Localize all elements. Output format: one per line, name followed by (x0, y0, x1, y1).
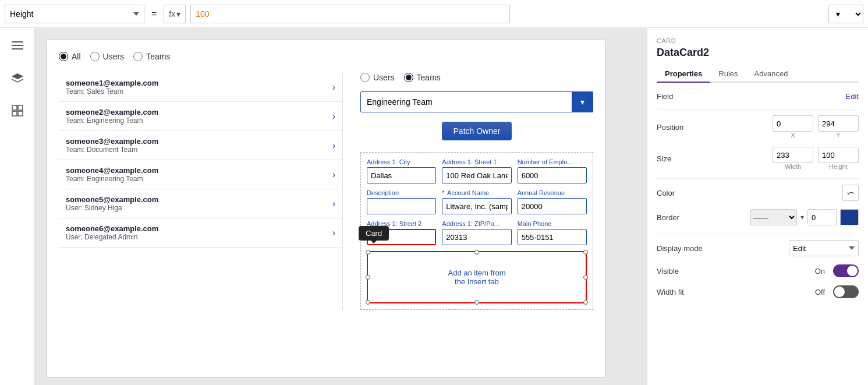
main-layout: All Users Teams someone1@example.com Tea… (0, 28, 868, 385)
field-input-phone[interactable] (518, 229, 587, 245)
form-field-street1: Address 1: Street 1 (442, 158, 511, 183)
dropdown-value: Engineering Team (367, 97, 433, 107)
chevron-icon: › (332, 169, 335, 180)
field-input-city[interactable] (367, 167, 436, 183)
form-field-street2-wrapper: Card Address 1: Street 2 (367, 220, 436, 245)
add-item-text: Add an item fromthe Insert tab (373, 257, 581, 298)
size-w-group: Width (773, 147, 813, 170)
form-field-employees: Number of Emplo... (518, 158, 587, 183)
radio-teams[interactable]: Teams (133, 52, 170, 61)
field-row: Field Edit (657, 92, 859, 101)
props-panel: CARD DataCard2 Properties Rules Advanced… (647, 28, 868, 385)
border-color-swatch[interactable] (840, 209, 859, 225)
resize-handle-tm[interactable] (474, 250, 479, 255)
svg-rect-7 (18, 111, 23, 116)
resize-handle-bm[interactable] (474, 300, 479, 305)
pos-x-input[interactable] (773, 115, 813, 132)
tab-rules[interactable]: Rules (710, 66, 746, 83)
resize-handle-ml[interactable] (366, 275, 370, 280)
menu-icon[interactable] (7, 35, 28, 56)
width-fit-label: Width fit (657, 288, 703, 296)
size-h-input[interactable] (818, 147, 859, 163)
team-dropdown[interactable]: Engineering Team ▾ (360, 91, 593, 112)
size-label: Size (657, 154, 703, 163)
resize-handle-tr[interactable] (583, 250, 588, 255)
form-field-revenue: Annual Revenue (518, 189, 587, 214)
radio-all[interactable]: All (59, 52, 81, 61)
width-fit-toggle-row: Off (815, 285, 859, 298)
teams-radio-group: Users Teams (360, 73, 593, 82)
chevron-icon: › (332, 140, 335, 151)
border-inputs: —— ▾ (750, 209, 859, 225)
color-row: Color ⤺ (657, 185, 859, 201)
resize-handle-mr[interactable] (583, 275, 588, 280)
width-fit-row: Width fit Off (657, 285, 859, 298)
size-h-group: Height (818, 147, 859, 170)
form-field-description: Description (367, 189, 436, 214)
field-input-street1[interactable] (442, 167, 511, 183)
components-icon[interactable] (7, 100, 28, 121)
height-select[interactable]: Height (5, 5, 144, 23)
position-inputs: X Y (773, 115, 859, 139)
tab-properties[interactable]: Properties (657, 66, 710, 83)
user-item[interactable]: someone3@example.com Team: Document Team… (59, 131, 342, 160)
layers-icon[interactable] (7, 68, 28, 89)
form-field-city: Address 1: City (367, 158, 436, 183)
display-mode-select[interactable]: Edit View Disabled (789, 240, 859, 256)
detail-radio-users[interactable]: Users (360, 73, 395, 82)
visible-toggle[interactable] (833, 264, 859, 277)
visible-on-label: On (815, 267, 825, 275)
width-fit-toggle[interactable] (833, 285, 859, 298)
formula-input[interactable] (190, 5, 510, 23)
field-input-zip[interactable] (442, 229, 511, 245)
patch-owner-button[interactable]: Patch Owner (442, 122, 512, 140)
top-bar: Height = fx ▾ ▾ (0, 0, 868, 28)
color-picker-icon[interactable]: ⤺ (842, 185, 859, 201)
border-value-input[interactable] (807, 209, 837, 225)
pos-y-group: Y (818, 115, 859, 139)
resize-handle-tl[interactable] (366, 250, 370, 255)
form-field-zip: Address 1: ZIP/Po... (442, 220, 511, 245)
pos-y-input[interactable] (818, 115, 859, 132)
field-input-employees[interactable] (518, 167, 587, 183)
border-row: Border —— ▾ (657, 209, 859, 225)
radio-users[interactable]: Users (90, 52, 125, 61)
fx-button[interactable]: fx ▾ (164, 5, 186, 23)
svg-rect-6 (12, 111, 17, 116)
form-grid: Address 1: City Address 1: Street 1 Numb… (367, 158, 587, 245)
user-item[interactable]: someone2@example.com Team: Engineering T… (59, 102, 342, 131)
border-dropdown-icon: ▾ (800, 213, 804, 221)
chevron-icon: › (332, 111, 335, 122)
user-item[interactable]: someone5@example.com User: Sidney Higa › (59, 189, 342, 218)
user-item[interactable]: someone6@example.com User: Delegated Adm… (59, 218, 342, 248)
size-w-input[interactable] (773, 147, 813, 163)
card-label: CARD (657, 37, 859, 44)
field-input-description[interactable] (367, 198, 436, 214)
svg-rect-0 (12, 41, 23, 43)
form-field-phone: Main Phone (518, 220, 587, 245)
width-fit-slider (833, 285, 859, 298)
border-line-select[interactable]: —— (750, 209, 797, 225)
width-fit-off-label: Off (815, 288, 825, 296)
size-h-label: Height (829, 163, 848, 170)
resize-handle-bl[interactable] (366, 300, 370, 305)
field-input-account[interactable] (442, 198, 511, 214)
tab-advanced[interactable]: Advanced (746, 66, 796, 83)
user-item[interactable]: someone1@example.com Team: Sales Team › (59, 73, 342, 102)
field-input-revenue[interactable] (518, 198, 587, 214)
icon-sidebar (0, 28, 35, 385)
detail-radio-teams[interactable]: Teams (404, 73, 441, 82)
chevron-icon: › (332, 228, 335, 238)
user-item[interactable]: someone4@example.com Team: Engineering T… (59, 160, 342, 189)
pos-x-group: X (773, 115, 813, 139)
visible-knob (847, 266, 858, 276)
props-tabs: Properties Rules Advanced (657, 66, 859, 83)
display-mode-row: Display mode Edit View Disabled (657, 240, 859, 256)
fx-chevron: ▾ (176, 9, 180, 19)
svg-rect-1 (12, 45, 23, 46)
resize-handle-br[interactable] (583, 300, 588, 305)
visible-slider (833, 264, 859, 277)
display-mode-label: Display mode (657, 244, 703, 253)
formula-dropdown[interactable]: ▾ (828, 5, 863, 23)
field-edit-link[interactable]: Edit (846, 92, 859, 101)
